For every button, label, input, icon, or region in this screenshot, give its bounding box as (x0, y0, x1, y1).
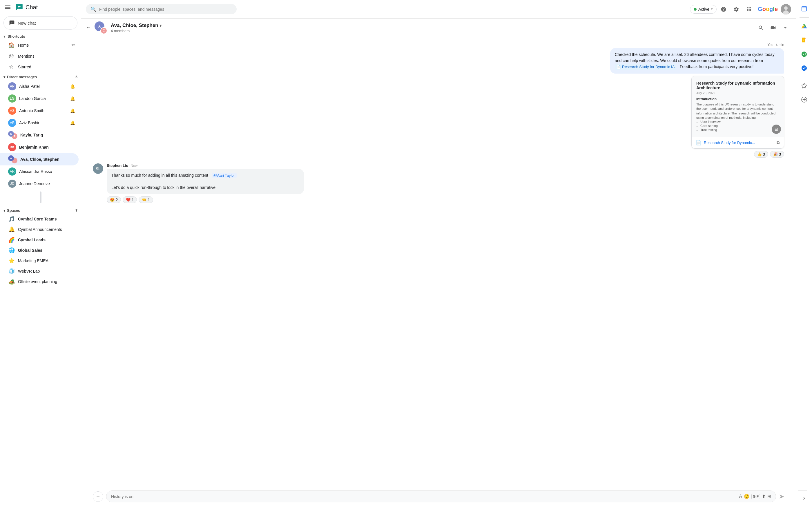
meet-icon (801, 51, 807, 57)
dm-item-kayla-tariq[interactable]: KT Kayla, Tariq (0, 129, 79, 141)
reaction-party[interactable]: 🎉 3 (770, 151, 784, 158)
space-item-marketing-emea[interactable]: ⭐ Marketing EMEA (0, 256, 79, 266)
status-pill[interactable]: Active ▾ (690, 5, 717, 14)
reaction-heart-emoji: ❤️ (126, 198, 131, 202)
user-avatar[interactable] (781, 4, 791, 14)
message-input-box[interactable]: A 🙂 GIF ⬆ ⊞ (106, 491, 776, 502)
rail-item-drive[interactable] (798, 20, 811, 33)
sidebar-item-starred[interactable]: ☆ Starred (0, 61, 79, 72)
reaction-heart-eyes-count: 2 (116, 198, 118, 202)
dm-item-benjamin-khan[interactable]: BK Benjamin Khan (0, 141, 79, 153)
doc-footer-name[interactable]: Research Study for Dynamic... (704, 140, 774, 145)
top-bar: 🔍 Active ▾ (81, 0, 796, 18)
dm-item-landon-garcia[interactable]: LG Landon Garcia 🔔 (0, 93, 79, 105)
avatar-ava-chloe: AC (8, 155, 17, 163)
shortcuts-label: Shortcuts (7, 34, 25, 39)
dm-item-jeanne-deneuve[interactable]: JD Jeanne Deneuve (0, 178, 79, 190)
doc-chip-research[interactable]: 📄 Research Study for Dynamic IA (615, 64, 676, 70)
dm-item-ava-chloe-stephen[interactable]: AC Ava, Chloe, Stephen (0, 153, 79, 165)
reaction-fist-emoji: 🤜 (142, 198, 146, 202)
format-text-button[interactable]: A (739, 494, 742, 499)
mentions-icon: @ (8, 53, 14, 59)
upload-button[interactable]: ⬆ (762, 494, 766, 499)
dm-item-aziz-bashir[interactable]: AB Aziz Bashir 🔔 (0, 117, 79, 129)
reaction-fist[interactable]: 🤜 1 (139, 196, 153, 203)
more-options-button[interactable] (779, 22, 791, 34)
shortcuts-header[interactable]: ▾ Shortcuts (0, 33, 81, 40)
send-button[interactable]: ➤ (779, 493, 784, 500)
sidebar-item-home[interactable]: 🏠 Home 12 (0, 40, 79, 51)
add-attachment-button[interactable]: + (93, 491, 103, 502)
space-item-offsite-event[interactable]: 🏕️ Offsite event planning (0, 276, 79, 287)
cymbal-leads-emoji: 🌈 (8, 237, 15, 243)
reaction-thumbsup[interactable]: 👍 3 (754, 151, 768, 158)
rail-item-calendar[interactable] (798, 2, 811, 15)
help-button[interactable] (718, 3, 729, 15)
space-item-global-sales[interactable]: 🌐 Global Sales (0, 245, 79, 256)
scrollbar[interactable] (40, 191, 42, 203)
avatar-stephen: SL (93, 163, 103, 174)
chat-title-area: Ava, Chloe, Stephen ▾ 4 members (111, 22, 755, 33)
chat-title[interactable]: Ava, Chloe, Stephen ▾ (111, 22, 755, 29)
hamburger-menu[interactable] (3, 3, 12, 12)
message-input[interactable] (111, 494, 737, 499)
chat-title-chevron: ▾ (159, 23, 161, 28)
doc-footer-icon: 📄 (696, 140, 702, 146)
reaction-thumbsup-count: 3 (763, 152, 765, 157)
stephen-line1-pre: Thanks so much for adding in all this am… (111, 173, 208, 178)
doc-card-preview: Research Study for Dynamic Information A… (692, 76, 784, 137)
rail-item-expand[interactable] (798, 492, 811, 505)
dm-item-aisha-patel[interactable]: AP Aisha Patel 🔔 (0, 80, 79, 93)
reaction-fist-count: 1 (148, 198, 150, 202)
doc-footer-copy-icon[interactable]: ⧉ (777, 140, 780, 146)
meet-button[interactable]: ⊞ (767, 494, 771, 499)
space-item-cymbal-core[interactable]: 🎵 Cymbal Core Teams (0, 214, 79, 224)
doc-copy-button[interactable]: ⊟ (772, 125, 781, 134)
dm-name-landon: Landon Garcia (19, 96, 46, 101)
mention-aari-taylor[interactable]: @Aari Taylor (212, 173, 237, 178)
search-input[interactable] (99, 7, 232, 12)
rail-item-docs[interactable] (798, 34, 811, 47)
reaction-heart[interactable]: ❤️ 1 (123, 196, 137, 203)
emoji-button[interactable]: 🙂 (744, 494, 750, 499)
svg-point-3 (784, 6, 788, 10)
search-icon: 🔍 (91, 6, 96, 12)
cymbal-announce-emoji: 🔔 (8, 226, 15, 233)
search-bar[interactable]: 🔍 (86, 4, 237, 14)
space-item-cymbal-announce[interactable]: 🔔 Cymbal Announcements (0, 224, 79, 235)
gif-button[interactable]: GIF (751, 494, 760, 499)
apps-button[interactable] (743, 3, 755, 15)
time-stephen: Now (131, 164, 138, 168)
dm-item-antonio-smith[interactable]: AS Antonio Smith 🔔 (0, 105, 79, 117)
rail-divider-3 (798, 491, 807, 491)
stephen-bubble: Thanks so much for adding in all this am… (107, 169, 304, 194)
bell-landon: 🔔 (70, 96, 75, 101)
avatar-kayla-tariq: KT (8, 131, 17, 139)
rail-item-meet[interactable] (798, 48, 811, 61)
dm-item-alessandra-russo[interactable]: AR Alessandra Russo (0, 165, 79, 178)
avatar-alessandra: AR (8, 167, 16, 176)
video-call-button[interactable] (767, 22, 779, 34)
reaction-heart-eyes-emoji: 😍 (110, 198, 114, 202)
avatar-benjamin: BK (8, 143, 16, 151)
spaces-badge: 7 (75, 209, 78, 213)
back-button[interactable]: ← (86, 24, 91, 31)
message-you-bubble: Checked the schedule. We are all set. 26… (610, 48, 784, 73)
spaces-chevron: ▾ (3, 209, 5, 213)
settings-button[interactable] (730, 3, 742, 15)
dm-section-header[interactable]: ▾ Direct messages 5 (0, 72, 81, 80)
dm-section-label: Direct messages (7, 75, 37, 79)
space-name-cymbal-core: Cymbal Core Teams (18, 217, 57, 221)
space-item-cymbal-leads[interactable]: 🌈 Cymbal Leads (0, 235, 79, 245)
rail-item-starred[interactable] (798, 79, 811, 92)
reaction-heart-eyes[interactable]: 😍 2 (107, 196, 121, 203)
sidebar-item-mentions[interactable]: @ Mentions (0, 51, 79, 61)
chat-header: ← A C Ava, Chloe, Stephen ▾ 4 members (81, 18, 796, 37)
rail-item-add[interactable] (798, 93, 811, 106)
search-in-chat-button[interactable] (755, 22, 767, 34)
spaces-header[interactable]: ▾ Spaces 7 (0, 206, 81, 214)
space-item-webvr-lab[interactable]: 🧊 WebVR Lab (0, 266, 79, 276)
svg-rect-11 (803, 39, 805, 39)
rail-item-tasks[interactable] (798, 62, 811, 74)
new-chat-button[interactable]: New chat (3, 16, 78, 30)
